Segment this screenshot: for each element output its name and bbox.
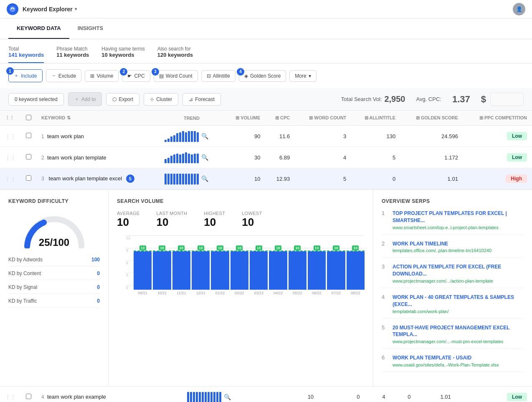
row-checkbox[interactable] <box>21 147 36 168</box>
serp-item-title[interactable]: 20 MUST-HAVE PROJECT MANAGEMENT EXCEL TE… <box>393 324 524 339</box>
forecast-button[interactable]: ⊿ Forecast <box>182 93 221 106</box>
ppc-cell: Low <box>463 147 532 168</box>
serp-item: 5 20 MUST-HAVE PROJECT MANAGEMENT EXCEL … <box>382 324 524 349</box>
row-checkbox[interactable] <box>21 126 36 147</box>
cpc-badge: 2 <box>120 68 127 76</box>
serp-item-url: www.projectmanager.com/...-must-pm-excel… <box>393 339 524 344</box>
export-button[interactable]: ⬡ Export <box>106 93 139 106</box>
kw-tab-phrase[interactable]: Phrase Match 11 keywords <box>56 46 89 63</box>
cpc-cell: 11.6 <box>265 126 295 147</box>
cpc-cell: 12.93 <box>265 168 295 190</box>
volume-cell: 10 <box>224 168 265 190</box>
allintitle-filter-btn[interactable]: ⊟ Allintitle <box>201 70 236 82</box>
more-chevron-icon: ▾ <box>309 73 311 79</box>
drag-handle[interactable]: ⋮⋮ <box>0 387 21 402</box>
cluster-icon: ⊹ <box>150 96 154 102</box>
tab-insights[interactable]: INSIGHTS <box>69 18 111 39</box>
trend-cell: 🔍 <box>182 387 287 402</box>
tab-keyword-data[interactable]: KEYWORD DATA <box>8 18 69 39</box>
include-filter-btn[interactable]: 1 ＋ Include <box>8 69 43 82</box>
serp-item-url: templatelab.com/work-plan/ <box>393 309 524 314</box>
currency-symbol: $ <box>481 94 486 105</box>
app-logo <box>7 3 18 15</box>
serp-item-content: WORK PLAN TIMELINE templates.office.com/… <box>393 240 491 253</box>
volume-filter-btn[interactable]: ⊞ Volume <box>85 70 119 82</box>
kd-stats-list: KD by Adwords 100 KD by Content 0 KD by … <box>8 257 100 308</box>
kw-tab-same-count: 10 keywords <box>101 52 144 58</box>
trend-cell: 🔍 <box>160 126 224 147</box>
volume-cell: 30 <box>224 147 265 168</box>
add-to-icon: ＋ <box>74 96 79 103</box>
keyword-table: ⋮⋮ KEYWORD ⇅ TREND ⊞ VOLUME ⊞ CPC ⊞ WORD… <box>0 111 532 190</box>
table-row: ⋮⋮ 1 team work plan 🔍 90 11.6 3 130 24.5… <box>0 126 532 147</box>
golden-score-filter-btn[interactable]: 4 ◈ Golden Score <box>239 70 286 82</box>
kw-tab-same-label: Having same terms <box>101 46 144 52</box>
kw-tab-total-label: Total <box>8 46 44 52</box>
serp-item-title[interactable]: WORK PLAN TEMPLATE - USAID <box>393 354 499 362</box>
serp-item-url: www.smartsheet.com/top-e..l-project-plan… <box>393 225 524 230</box>
forecast-icon: ⊿ <box>189 96 193 102</box>
serp-items-list: 1 TOP PROJECT PLAN TEMPLATES FOR EXCEL |… <box>382 210 524 372</box>
search-trend-icon[interactable]: 🔍 <box>201 154 208 161</box>
ppc-col-header: ⊞ PPC COMPETITION <box>463 111 532 126</box>
kw-tab-total-count: 141 keywords <box>8 52 44 58</box>
more-filter-btn[interactable]: More ▾ <box>289 70 316 82</box>
kd-stat-signal: KD by Signal 0 <box>8 284 100 294</box>
serp-item-title[interactable]: WORK PLAN TIMELINE <box>393 240 491 248</box>
keyword-col-header: KEYWORD ⇅ <box>36 111 160 126</box>
serp-item: 3 ACTION PLAN TEMPLATE FOR EXCEL (FREE D… <box>382 263 524 288</box>
allintitle-cell: 0 <box>351 168 400 190</box>
kw-type-tabs: Total 141 keywords Phrase Match 11 keywo… <box>0 39 532 63</box>
serp-item-title[interactable]: ACTION PLAN TEMPLATE FOR EXCEL (FREE DOW… <box>393 263 524 278</box>
table-header-row: ⋮⋮ KEYWORD ⇅ TREND ⊞ VOLUME ⊞ CPC ⊞ WORD… <box>0 111 532 126</box>
word-count-cell: 5 <box>295 168 351 190</box>
search-trend-icon[interactable]: 🔍 <box>201 175 208 182</box>
drag-handle[interactable]: ⋮⋮ <box>0 126 21 147</box>
plus-icon: ＋ <box>14 72 19 79</box>
serp-item-title[interactable]: TOP PROJECT PLAN TEMPLATES FOR EXCEL | S… <box>393 210 524 224</box>
kw-tab-same-terms[interactable]: Having same terms 10 keywords <box>101 46 144 63</box>
cpc-col-header: ⊞ CPC <box>265 111 295 126</box>
kw-tab-total[interactable]: Total 141 keywords <box>8 46 44 63</box>
word-count-filter-btn[interactable]: 3 ▤ Word Count <box>154 70 198 82</box>
volume-cell: 10 <box>287 387 319 402</box>
serp-item-num: 6 <box>382 354 388 367</box>
table-row: ⋮⋮ 4 team work plan example 🔍 10 0 4 0 1… <box>0 387 532 402</box>
search-input-area[interactable] <box>490 93 524 106</box>
serp-item-content: TOP PROJECT PLAN TEMPLATES FOR EXCEL | S… <box>393 210 524 230</box>
add-to-button: ＋ Add to <box>68 92 102 106</box>
filter-bar: 1 ＋ Include － Exclude ⊞ Volume 2 ☛ CPC 3… <box>0 63 532 88</box>
search-trend-icon[interactable]: 🔍 <box>224 394 231 400</box>
serp-item-url: www.usaid.gov/sites/defa..-Work-Plan-Tem… <box>393 362 499 367</box>
kd-title: KEYWORD DIFFICULTY <box>8 198 100 204</box>
sv-highest: HIGHEST 10 <box>204 211 225 229</box>
sv-average: AVERAGE 10 <box>117 211 139 229</box>
total-search-vol-label: Total Search Vol: <box>341 96 382 102</box>
word-count-badge: 3 <box>152 68 159 76</box>
trend-col-header: TREND <box>160 111 224 126</box>
app-title[interactable]: Keyword Explorer ▾ <box>23 6 77 13</box>
serp-title: OVERVIEW SERPS <box>382 198 524 204</box>
word-count-icon: ▤ <box>159 73 164 79</box>
row-checkbox[interactable] <box>21 387 36 402</box>
select-all-checkbox[interactable] <box>26 115 31 120</box>
kw-tab-also-search[interactable]: Also search for 120 keywords <box>157 46 193 63</box>
title-chevron-icon: ▾ <box>75 7 77 11</box>
minus-icon: － <box>51 72 56 79</box>
serp-item: 4 WORK PLAN - 40 GREAT TEMPLATES & SAMPL… <box>382 294 524 319</box>
row-checkbox[interactable] <box>21 168 36 190</box>
word-count-col-header: ⊞ WORD COUNT <box>295 111 351 126</box>
topbar: Keyword Explorer ▾ 👤 <box>0 0 532 18</box>
cpc-filter-btn[interactable]: 2 ☛ CPC <box>122 70 150 82</box>
exclude-filter-btn[interactable]: － Exclude <box>46 69 82 82</box>
volume-cell: 90 <box>224 126 265 147</box>
cluster-button[interactable]: ⊹ Cluster <box>144 93 178 106</box>
drag-handle[interactable]: ⋮⋮ <box>0 168 21 190</box>
volume-icon: ⊞ <box>90 73 94 79</box>
search-trend-icon[interactable]: 🔍 <box>201 133 208 139</box>
include-badge: 1 <box>6 67 14 75</box>
allintitle-cell: 0 <box>390 387 415 402</box>
serp-item-title[interactable]: WORK PLAN - 40 GREAT TEMPLATES & SAMPLES… <box>393 294 524 308</box>
avatar[interactable]: 👤 <box>513 3 525 15</box>
drag-handle[interactable]: ⋮⋮ <box>0 147 21 168</box>
